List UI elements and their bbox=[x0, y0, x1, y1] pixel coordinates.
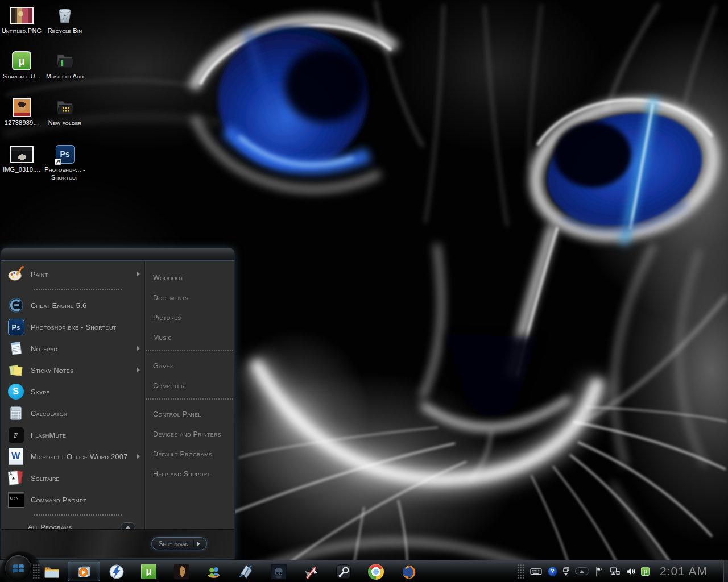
word-icon: W bbox=[7, 447, 25, 465]
start-menu-item-cheat-engine[interactable]: Cheat Engine 5.6 bbox=[5, 294, 144, 316]
taskbar-red-spaceship-game-button[interactable] bbox=[295, 562, 327, 581]
start-menu-item-computer[interactable]: Computer bbox=[145, 376, 234, 396]
start-button[interactable] bbox=[5, 555, 31, 581]
restore-windows-icon bbox=[563, 567, 569, 572]
chevron-up-icon bbox=[580, 570, 584, 573]
menu-label: Default Programs bbox=[153, 450, 212, 458]
start-menu-item-default-programs[interactable]: Default Programs bbox=[145, 444, 234, 464]
system-tray: ? µ 2:01 AM bbox=[517, 560, 723, 582]
start-menu-item-solitaire[interactable]: A♠ Solitaire bbox=[5, 467, 144, 489]
desktop-icon-label: Untitled.PNG bbox=[0, 27, 43, 35]
skype-icon: S bbox=[7, 383, 25, 401]
photoshop-icon: Ps bbox=[7, 318, 25, 336]
show-desktop-button[interactable] bbox=[723, 560, 728, 582]
utorrent-icon: µ bbox=[141, 564, 156, 579]
start-menu-right-column: Wooooot Documents Pictures Music Games C… bbox=[144, 261, 234, 529]
action-center-flag-icon[interactable] bbox=[595, 567, 603, 576]
divider bbox=[193, 540, 193, 547]
solitaire-icon: A♠ bbox=[7, 469, 25, 487]
menu-label: Devices and Printers bbox=[153, 430, 221, 438]
start-menu-item-command-prompt[interactable]: C:\_ Command Prompt bbox=[5, 489, 144, 510]
taskbar-starcraft-2-button[interactable] bbox=[230, 562, 262, 581]
desktop-screen: Untitled.PNG Recycle Bin µ Stargate.U... bbox=[0, 0, 728, 582]
start-menu-item-calculator[interactable]: Calculator bbox=[5, 402, 144, 424]
start-menu-item-label: FlashMute bbox=[31, 431, 66, 439]
taskbar-windows-explorer-button[interactable] bbox=[35, 562, 68, 581]
desktop-icon-untitled-png[interactable]: Untitled.PNG bbox=[0, 5, 43, 35]
taskbar-windows-media-player-button[interactable] bbox=[68, 562, 100, 581]
taskbar-grip-dots bbox=[517, 564, 524, 579]
language-bar-tray-icon[interactable] bbox=[563, 567, 569, 576]
taskbar-pinned-apps: µ bbox=[35, 562, 424, 581]
start-menu-item-documents[interactable]: Documents bbox=[145, 288, 234, 307]
start-menu: Paint Cheat Engine 5.6 Ps Photoshop.exe … bbox=[1, 248, 234, 559]
photoshop-shortcut-icon: Ps bbox=[43, 143, 86, 165]
shutdown-button[interactable]: Shut down bbox=[151, 537, 207, 550]
network-tray-icon[interactable] bbox=[609, 567, 620, 576]
start-menu-item-pictures[interactable]: Pictures bbox=[145, 307, 234, 327]
desktop-icon-photoshop-shortcut[interactable]: Ps Photoshop... - Shortcut bbox=[43, 143, 86, 182]
menu-label: Control Panel bbox=[153, 410, 201, 418]
desktop-icon-stargate-torrent[interactable]: µ Stargate.U... bbox=[0, 50, 43, 81]
help-tray-icon[interactable]: ? bbox=[548, 567, 557, 576]
submenu-arrow-icon bbox=[137, 368, 140, 372]
desktop-icon-new-folder[interactable]: New folder bbox=[43, 97, 86, 127]
start-menu-item-games[interactable]: Games bbox=[145, 356, 234, 376]
windows-media-player-icon bbox=[76, 563, 93, 580]
desktop-icon-label: New folder bbox=[43, 119, 86, 127]
taskbar-prince-of-persia-button[interactable] bbox=[165, 562, 197, 581]
menu-label: Wooooot bbox=[153, 274, 184, 282]
start-menu-item-sticky-notes[interactable]: Sticky Notes bbox=[5, 359, 144, 381]
show-hidden-icons-button[interactable] bbox=[575, 567, 589, 575]
dark-folder-music-icon bbox=[43, 50, 86, 72]
desktop-icon-img-0310[interactable]: IMG_0310.... bbox=[0, 143, 43, 174]
start-menu-item-photoshop[interactable]: Ps Photoshop.exe - Shortcut bbox=[5, 316, 144, 338]
start-menu-item-help-and-support[interactable]: Help and Support bbox=[145, 464, 234, 484]
start-menu-item-flashmute[interactable]: f FlashMute bbox=[5, 424, 144, 446]
shutdown-options-arrow-icon bbox=[197, 542, 200, 546]
taskbar-daemon-tools-button[interactable] bbox=[100, 562, 133, 581]
flashmute-glyph: f bbox=[14, 429, 18, 440]
keyboard-tray-icon[interactable] bbox=[530, 567, 542, 576]
desktop-icon-label: Music to Add bbox=[43, 73, 86, 81]
dotted-separator bbox=[34, 286, 122, 290]
sticky-notes-icon bbox=[7, 361, 25, 379]
start-menu-item-control-panel[interactable]: Control Panel bbox=[145, 404, 234, 424]
desktop-icon-recycle-bin[interactable]: Recycle Bin bbox=[43, 5, 86, 35]
windows-logo-icon bbox=[11, 561, 26, 576]
cheat-engine-icon bbox=[7, 296, 25, 314]
start-menu-item-devices-and-printers[interactable]: Devices and Printers bbox=[145, 424, 234, 444]
taskbar-steam-button[interactable] bbox=[327, 562, 359, 581]
taskbar-utorrent-button[interactable]: µ bbox=[133, 562, 165, 581]
dotted-separator bbox=[146, 349, 233, 351]
start-menu-item-user-wooooot[interactable]: Wooooot bbox=[145, 268, 234, 288]
google-chrome-icon bbox=[368, 564, 384, 580]
volume-tray-icon[interactable] bbox=[626, 567, 635, 576]
taskbar-windows-live-messenger-button[interactable] bbox=[197, 562, 230, 581]
start-menu-item-label: Microsoft Office Word 2007 bbox=[31, 452, 128, 461]
start-menu-item-word-2007[interactable]: W Microsoft Office Word 2007 bbox=[5, 446, 144, 467]
photoshop-glyph: Ps bbox=[11, 323, 20, 331]
start-menu-item-paint[interactable]: Paint bbox=[5, 263, 144, 285]
utorrent-file-icon: µ bbox=[0, 50, 43, 72]
recycle-bin-icon bbox=[43, 5, 86, 26]
taskbar-firefox-button[interactable] bbox=[392, 562, 424, 581]
desktop-icon-label: Recycle Bin bbox=[43, 27, 86, 35]
start-menu-item-label: Calculator bbox=[31, 409, 68, 418]
start-menu-item-skype[interactable]: S Skype bbox=[5, 381, 144, 402]
desktop-icon-label: 12738989... bbox=[0, 119, 43, 127]
word-glyph: W bbox=[11, 451, 20, 462]
taskbar-clock[interactable]: 2:01 AM bbox=[660, 564, 708, 578]
start-menu-item-label: Notepad bbox=[31, 344, 57, 353]
taskbar-soldier-game-button[interactable] bbox=[262, 562, 295, 581]
menu-label: Documents bbox=[153, 294, 188, 302]
taskbar-google-chrome-button[interactable] bbox=[359, 562, 392, 581]
utorrent-glyph: µ bbox=[146, 566, 152, 577]
start-menu-item-music[interactable]: Music bbox=[145, 327, 234, 347]
utorrent-tray-icon[interactable]: µ bbox=[641, 567, 650, 576]
start-menu-item-notepad[interactable]: Notepad bbox=[5, 338, 144, 359]
desktop-icon-music-to-add[interactable]: Music to Add bbox=[43, 50, 86, 81]
desktop-icon-12738989[interactable]: 12738989... bbox=[0, 97, 43, 127]
flashmute-icon: f bbox=[7, 426, 25, 444]
card-rank: A bbox=[9, 472, 13, 476]
